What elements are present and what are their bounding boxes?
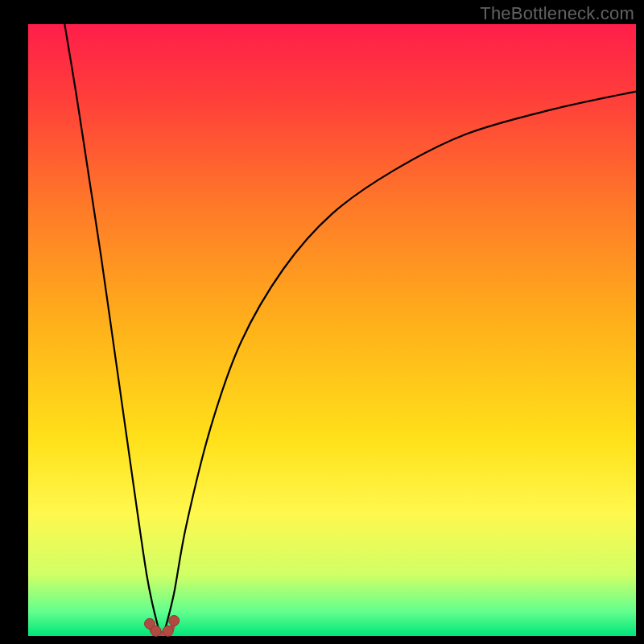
gradient-background	[28, 24, 636, 636]
chart-frame: TheBottleneck.com	[0, 0, 644, 644]
marker-dot	[151, 625, 161, 636]
marker-dot	[169, 616, 180, 626]
bottleneck-curve-chart	[0, 0, 644, 644]
watermark-text: TheBottleneck.com	[480, 3, 634, 24]
marker-dot	[163, 625, 173, 636]
